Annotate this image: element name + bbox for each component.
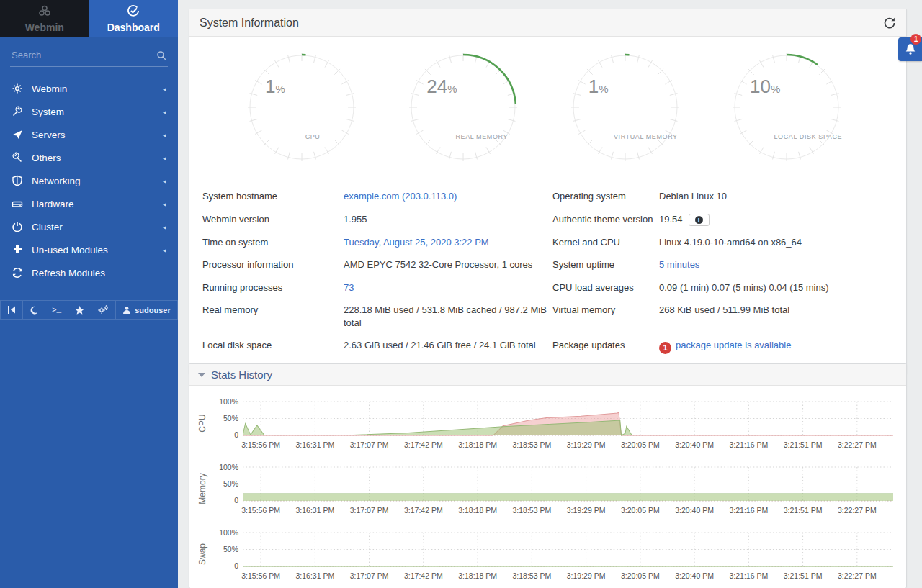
system-info-table: System hostname example.com (203.0.113.0… — [189, 175, 906, 374]
x-tick-label: 3:20:40 PM — [675, 506, 714, 515]
system-information-header: System Information — [189, 9, 906, 37]
sidebar-item-others[interactable]: Others ◂ — [0, 146, 178, 169]
update-count-badge: 1 — [659, 342, 671, 354]
sidebar-item-webmin[interactable]: Webmin ◂ — [0, 77, 178, 100]
x-tick-label: 3:17:42 PM — [404, 571, 443, 580]
notifications-tab[interactable]: 1 — [898, 37, 922, 61]
info-label: Webmin version — [202, 208, 344, 231]
theme-settings-button[interactable] — [91, 301, 116, 319]
sidebar-item-unused-modules[interactable]: Un-used Modules ◂ — [0, 238, 178, 261]
favorites-button[interactable] — [68, 301, 91, 319]
x-tick-label: 3:15:56 PM — [241, 440, 280, 449]
sidebar-item-servers[interactable]: Servers ◂ — [0, 123, 178, 146]
x-tick-label: 3:21:16 PM — [729, 571, 768, 580]
info-label: System uptime — [552, 253, 659, 276]
x-tick-label: 3:20:40 PM — [675, 571, 714, 580]
info-value: 1.955 — [344, 208, 552, 231]
webmin-cluster-icon — [38, 4, 51, 19]
gauge-cpu: 1% CPU — [246, 50, 358, 172]
sidebar: Webmin Dashboard Webmin ◂ — [0, 0, 178, 588]
swap-history-chart: Swap 100% 50% 0 3:15:56 PM3:16:31 PM3:17… — [194, 525, 893, 583]
x-tick-label: 3:19:29 PM — [567, 440, 606, 449]
tab-dashboard[interactable]: Dashboard — [89, 0, 179, 37]
chart-ylabel: Swap — [197, 543, 207, 565]
y-axis: 100% 50% 0 — [211, 525, 243, 583]
search-input[interactable] — [10, 47, 168, 62]
plot-area: 3:15:56 PM3:16:31 PM3:17:07 PM3:17:42 PM… — [243, 394, 893, 452]
sidebar-item-networking[interactable]: Networking ◂ — [0, 169, 178, 192]
info-value: Debian Linux 10 — [659, 185, 893, 208]
tools-icon — [12, 152, 23, 163]
bell-icon — [905, 43, 916, 55]
page-title: System Information — [200, 17, 299, 30]
info-label: Package updates — [552, 334, 659, 359]
refresh-page-button[interactable] — [883, 17, 896, 30]
running-processes-link[interactable]: 73 — [344, 282, 354, 293]
x-tick-label: 3:17:42 PM — [404, 440, 443, 449]
x-tick-label: 3:20:05 PM — [621, 506, 660, 515]
x-axis-labels: 3:15:56 PM3:16:31 PM3:17:07 PM3:17:42 PM… — [243, 440, 893, 452]
sidebar-item-hardware[interactable]: Hardware ◂ — [0, 192, 178, 215]
gauge-value: 24% — [426, 76, 457, 98]
hostname-link[interactable]: example.com (203.0.113.0) — [344, 191, 457, 202]
collapse-left-icon — [7, 306, 16, 314]
gauge-virtual-memory: 1% VIRTUAL MEMORY — [569, 50, 681, 172]
info-label: Running processes — [202, 276, 344, 299]
stats-charts: CPU 100% 50% 0 3:15:56 PM3:16:31 PM3:17:… — [189, 386, 906, 583]
notification-count-badge: 1 — [910, 34, 921, 45]
info-value: AMD EPYC 7542 32-Core Processor, 1 cores — [344, 253, 552, 276]
gauge-label: VIRTUAL MEMORY — [614, 133, 678, 140]
sidebar-menu: Webmin ◂ System ◂ Servers ◂ — [0, 77, 178, 284]
x-tick-label: 3:18:18 PM — [458, 440, 497, 449]
info-label: System hostname — [202, 185, 344, 208]
x-tick-label: 3:16:31 PM — [295, 440, 334, 449]
plot-area: 3:15:56 PM3:16:31 PM3:17:07 PM3:17:42 PM… — [243, 525, 893, 583]
tab-webmin[interactable]: Webmin — [0, 0, 89, 37]
collapse-triangle-icon — [198, 373, 205, 377]
x-tick-label: 3:16:31 PM — [295, 506, 334, 515]
gauge-value: 1% — [265, 76, 285, 98]
x-tick-label: 3:22:27 PM — [838, 506, 877, 515]
memory-history-chart: Memory 100% 50% 0 3:15:56 PM3:16:31 PM3:… — [194, 460, 893, 517]
x-tick-label: 3:18:53 PM — [512, 571, 551, 580]
x-tick-label: 3:15:56 PM — [241, 506, 280, 515]
info-label: Virtual memory — [552, 299, 659, 334]
sidebar-search — [10, 47, 168, 67]
chart-ylabel: Memory — [197, 473, 207, 504]
sidebar-item-system[interactable]: System ◂ — [0, 100, 178, 123]
x-tick-label: 3:18:18 PM — [458, 506, 497, 515]
x-tick-label: 3:19:29 PM — [567, 571, 606, 580]
x-tick-label: 3:18:18 PM — [458, 571, 497, 580]
sidebar-item-refresh-modules[interactable]: Refresh Modules — [0, 261, 178, 284]
info-label: Authentic theme version — [552, 208, 659, 231]
x-axis-labels: 3:15:56 PM3:16:31 PM3:17:07 PM3:17:42 PM… — [243, 506, 893, 517]
night-mode-button[interactable] — [23, 301, 45, 319]
hard-drive-icon — [12, 198, 23, 209]
stats-history-header[interactable]: Stats History — [189, 364, 906, 386]
x-tick-label: 3:22:27 PM — [838, 440, 877, 449]
system-time-link[interactable]: Tuesday, August 25, 2020 3:22 PM — [344, 237, 489, 248]
sidebar-item-label: Cluster — [32, 222, 63, 232]
x-tick-label: 3:21:16 PM — [729, 440, 768, 449]
gauge-local-disk-space: 10% LOCAL DISK SPACE — [730, 50, 843, 172]
terminal-icon: >_ — [52, 306, 61, 315]
tab-webmin-label: Webmin — [25, 22, 64, 33]
sidebar-footer: >_ sudouser — [0, 300, 178, 320]
user-menu-button[interactable]: sudouser — [116, 301, 178, 319]
uptime-link[interactable]: 5 minutes — [659, 259, 699, 270]
info-value: 228.18 MiB used / 531.8 MiB cached / 987… — [344, 299, 552, 334]
sidebar-item-cluster[interactable]: Cluster ◂ — [0, 215, 178, 238]
package-update-link[interactable]: package update is available — [676, 340, 791, 350]
terminal-button[interactable]: >_ — [45, 301, 68, 319]
refresh-icon — [883, 17, 896, 30]
chevron-left-icon: ◂ — [163, 200, 166, 208]
chevron-left-icon: ◂ — [163, 108, 166, 116]
sidebar-item-label: Networking — [32, 176, 81, 186]
theme-info-button[interactable]: i — [689, 214, 710, 226]
tab-dashboard-label: Dashboard — [107, 22, 160, 33]
sidebar-item-label: Others — [32, 153, 61, 163]
info-value: 268 KiB used / 511.99 MiB total — [659, 299, 893, 334]
sidebar-item-label: Hardware — [32, 199, 74, 209]
collapse-sidebar-button[interactable] — [0, 301, 23, 319]
search-icon — [156, 50, 166, 60]
